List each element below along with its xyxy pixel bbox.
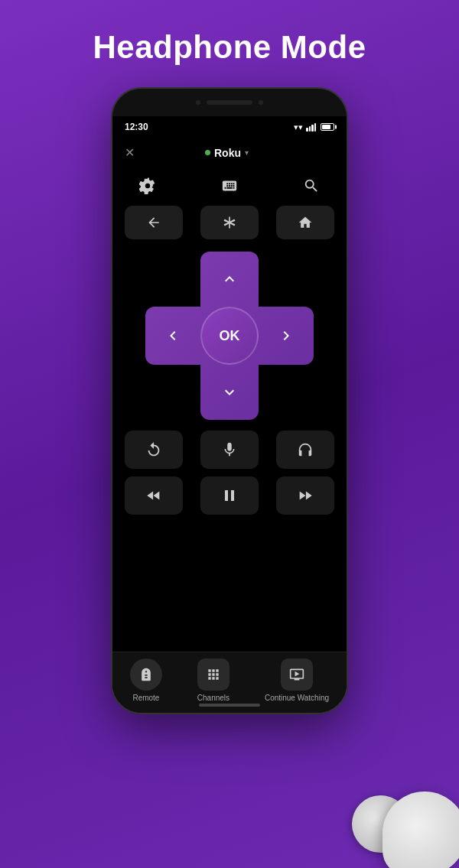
dpad-cross: OK (145, 252, 314, 420)
media-row-2 (112, 472, 347, 519)
home-button[interactable] (276, 206, 334, 239)
left-arrow-icon (164, 327, 182, 345)
channels-nav-label: Channels (197, 694, 230, 702)
back-button[interactable] (125, 206, 183, 239)
keyboard-button[interactable] (216, 172, 243, 200)
remote-icon-container (130, 658, 162, 691)
status-icons: ▾▾ (294, 122, 334, 132)
nav-item-continue-watching[interactable]: Continue Watching (265, 658, 329, 702)
phone-frame: 12:30 ▾▾ ✕ Roku ▾ (111, 87, 348, 714)
nav-item-channels[interactable]: Channels (197, 658, 230, 702)
earbuds-decoration (367, 776, 459, 868)
app-header: ✕ Roku ▾ (112, 138, 347, 164)
dpad: OK (145, 252, 314, 420)
signal-bar-4 (314, 123, 317, 132)
roku-label: Roku (214, 147, 241, 159)
continue-watching-icon-container (281, 658, 313, 691)
roku-indicator[interactable]: Roku ▾ (205, 147, 249, 159)
status-bar: 12:30 ▾▾ (112, 116, 347, 138)
mic-button[interactable] (200, 431, 259, 469)
bottom-pill (199, 704, 260, 707)
battery-icon (321, 123, 334, 131)
toolbar-icons (112, 164, 347, 203)
battery-fill (322, 125, 330, 129)
dpad-right-button[interactable] (263, 313, 309, 359)
nav-item-remote[interactable]: Remote (130, 658, 162, 702)
dpad-left-button[interactable] (150, 313, 196, 359)
options-button[interactable] (200, 206, 259, 239)
continue-watching-nav-label: Continue Watching (265, 694, 329, 702)
remote-nav-label: Remote (132, 694, 159, 702)
home-icon (298, 215, 313, 230)
close-button[interactable]: ✕ (125, 145, 135, 160)
up-arrow-icon (220, 270, 239, 288)
channels-icon-container (197, 658, 230, 691)
signal-bar-1 (306, 128, 308, 132)
play-pause-button[interactable] (200, 476, 259, 515)
play-pause-icon (220, 486, 239, 505)
asterisk-icon (222, 215, 237, 230)
dpad-up-button[interactable] (207, 256, 252, 302)
rewind-icon (145, 487, 162, 504)
headphone-button[interactable] (276, 431, 334, 469)
replay-icon (145, 441, 162, 458)
fast-forward-button[interactable] (276, 476, 334, 515)
fast-forward-icon (297, 487, 314, 504)
gear-icon (139, 177, 156, 194)
continue-watching-icon (289, 667, 304, 682)
headphone-icon (297, 441, 314, 458)
down-arrow-icon (220, 383, 239, 401)
signal-bars (306, 122, 316, 132)
channels-icon (206, 667, 221, 682)
page-title: Headphone Mode (93, 29, 366, 66)
replay-button[interactable] (125, 431, 183, 469)
status-time: 12:30 (125, 122, 148, 132)
settings-button[interactable] (134, 172, 161, 200)
keyboard-icon (221, 177, 238, 194)
speaker-bar (207, 100, 252, 105)
roku-dropdown-arrow: ▾ (245, 148, 249, 157)
back-icon (146, 215, 161, 230)
ok-label: OK (220, 328, 240, 344)
camera-dot-2 (259, 100, 263, 105)
roku-connected-dot (205, 150, 210, 155)
right-arrow-icon (277, 327, 295, 345)
ok-button[interactable]: OK (200, 307, 259, 365)
remote-icon (138, 667, 154, 682)
signal-bar-2 (309, 126, 311, 132)
search-button[interactable] (298, 172, 325, 200)
phone-top (112, 89, 347, 116)
search-icon (303, 177, 320, 194)
media-row-1 (112, 427, 347, 472)
wifi-icon: ▾▾ (294, 122, 303, 132)
app-content: ✕ Roku ▾ (112, 138, 347, 713)
control-row (112, 203, 347, 245)
dpad-down-button[interactable] (207, 369, 252, 415)
camera-area (196, 100, 263, 105)
signal-bar-3 (311, 125, 314, 132)
rewind-button[interactable] (125, 476, 183, 515)
mic-icon (221, 441, 238, 458)
camera-dot (196, 100, 200, 105)
